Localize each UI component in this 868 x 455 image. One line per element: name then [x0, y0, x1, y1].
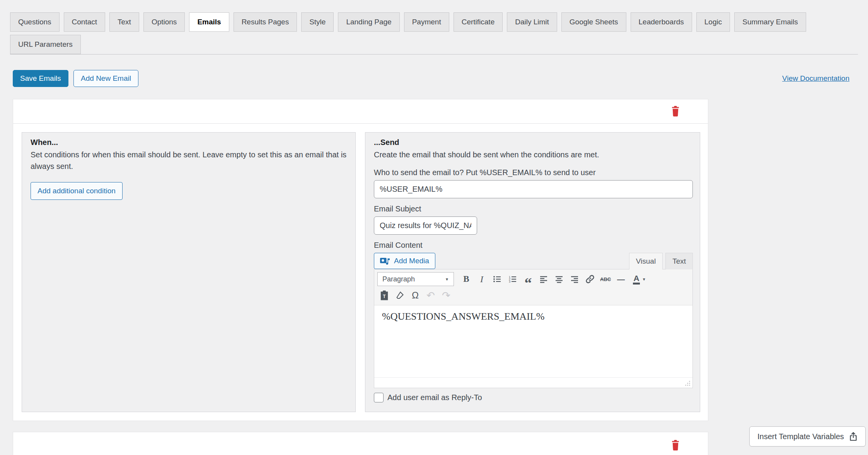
settings-tab-bar: Questions Contact Text Options Emails Re…	[10, 12, 858, 55]
add-media-icon	[380, 257, 391, 265]
reply-to-row: Add user email as Reply-To	[374, 393, 693, 402]
add-media-button[interactable]: Add Media	[374, 253, 435, 269]
paragraph-style-select[interactable]: Paragraph ▼	[377, 272, 454, 286]
tab-leaderboards[interactable]: Leaderboards	[631, 12, 692, 32]
tab-contact[interactable]: Contact	[64, 12, 105, 32]
strikethrough-icon: ABC	[600, 276, 611, 282]
send-email-box: ...Send Create the email that should be …	[365, 132, 700, 412]
tab-google-sheets[interactable]: Google Sheets	[561, 12, 626, 32]
email-content-label: Email Content	[374, 241, 693, 250]
add-media-label: Add Media	[394, 257, 429, 265]
tab-questions[interactable]: Questions	[10, 12, 60, 32]
paste-as-text-icon: T	[380, 290, 389, 300]
tab-logic[interactable]: Logic	[696, 12, 730, 32]
italic-button[interactable]: I	[475, 273, 489, 286]
bullet-list-icon	[493, 274, 502, 284]
reply-to-label: Add user email as Reply-To	[387, 393, 482, 402]
editor-toolbar-row-2: T Ω	[377, 288, 689, 302]
align-right-button[interactable]	[568, 273, 582, 286]
align-left-icon	[539, 274, 548, 284]
align-center-icon	[554, 274, 564, 284]
omega-icon: Ω	[412, 290, 419, 301]
view-documentation-link[interactable]: View Documentation	[782, 74, 849, 83]
email-to-label: Who to send the email to? Put %USER_EMAI…	[374, 168, 693, 177]
action-buttons: Save Emails Add New Email	[13, 70, 138, 87]
email-block-1-header	[13, 99, 708, 124]
numbered-list-button[interactable]: 1 2 3	[506, 273, 520, 286]
email-content-textarea[interactable]: %QUESTIONS_ANSWERS_EMAIL%	[374, 305, 692, 377]
undo-button[interactable]: ↶	[424, 289, 438, 302]
email-block-1: When... Set conditions for when this ema…	[13, 99, 708, 421]
tab-landing-page[interactable]: Landing Page	[338, 12, 399, 32]
when-description: Set conditions for when this email shoul…	[31, 149, 347, 172]
text-color-icon: A ▼	[633, 274, 646, 285]
delete-email-button[interactable]	[669, 105, 682, 118]
editor-status-bar	[374, 377, 692, 388]
editor-visual-tab[interactable]: Visual	[629, 253, 663, 269]
emails-settings-page: Questions Contact Text Options Emails Re…	[0, 0, 868, 455]
editor-mode-tabs: Visual Text	[626, 253, 693, 269]
svg-text:3: 3	[509, 280, 510, 283]
tab-options[interactable]: Options	[143, 12, 185, 32]
editor-text-tab[interactable]: Text	[665, 253, 693, 269]
bullet-list-button[interactable]	[490, 273, 504, 286]
editor-toolbar-row-1: Paragraph ▼ B I	[377, 272, 689, 286]
chain-link-icon	[585, 274, 595, 284]
editor-resize-handle[interactable]	[685, 380, 691, 386]
chevron-down-icon: ▼	[642, 277, 646, 281]
tab-text[interactable]: Text	[109, 12, 139, 32]
upload-icon	[849, 432, 858, 441]
align-right-icon	[570, 274, 579, 284]
redo-button[interactable]: ↷	[439, 289, 453, 302]
chevron-down-icon: ▼	[445, 277, 449, 281]
email-block-1-body: When... Set conditions for when this ema…	[13, 124, 708, 421]
paragraph-style-value: Paragraph	[382, 275, 415, 283]
tab-payment[interactable]: Payment	[404, 12, 449, 32]
horizontal-rule-button[interactable]: —	[614, 273, 628, 286]
actions-row: Save Emails Add New Email View Documenta…	[13, 70, 855, 87]
tab-emails[interactable]: Emails	[189, 12, 229, 32]
add-new-email-button[interactable]: Add New Email	[73, 70, 138, 87]
bold-button[interactable]: B	[459, 273, 473, 286]
clear-formatting-button[interactable]	[393, 289, 407, 302]
special-character-button[interactable]: Ω	[408, 289, 422, 302]
add-additional-condition-button[interactable]: Add additional condition	[31, 182, 123, 200]
svg-text:T: T	[383, 294, 386, 299]
text-color-button[interactable]: A ▼	[629, 273, 650, 286]
tab-certificate[interactable]: Certificate	[454, 12, 503, 32]
when-conditions-box: When... Set conditions for when this ema…	[22, 132, 356, 412]
save-emails-button[interactable]: Save Emails	[13, 70, 68, 87]
italic-icon: I	[480, 274, 483, 285]
redo-icon: ↷	[442, 290, 450, 300]
editor-toolbar: Paragraph ▼ B I	[374, 269, 692, 305]
send-title: ...Send	[374, 138, 693, 147]
tab-url-parameters[interactable]: URL Parameters	[10, 35, 81, 54]
delete-email-button-2[interactable]	[669, 439, 682, 452]
trash-icon	[670, 106, 680, 117]
horizontal-rule-icon: —	[617, 275, 625, 284]
insert-link-button[interactable]	[583, 273, 597, 286]
insert-template-variables-label: Insert Template Variables	[757, 432, 844, 441]
align-center-button[interactable]	[552, 273, 566, 286]
tab-style[interactable]: Style	[301, 12, 334, 32]
align-left-button[interactable]	[537, 273, 551, 286]
reply-to-checkbox[interactable]	[374, 393, 384, 402]
tab-daily-limit[interactable]: Daily Limit	[507, 12, 557, 32]
strikethrough-button[interactable]: ABC	[599, 273, 612, 286]
email-block-2-header	[13, 432, 708, 455]
blockquote-button[interactable]: “	[521, 273, 535, 286]
tab-summary-emails[interactable]: Summary Emails	[734, 12, 806, 32]
insert-template-variables-button[interactable]: Insert Template Variables	[749, 426, 866, 446]
paste-as-text-button[interactable]: T	[377, 289, 391, 302]
email-to-input[interactable]	[374, 180, 693, 198]
email-content-editor: Paragraph ▼ B I	[374, 269, 693, 388]
tab-results-pages[interactable]: Results Pages	[234, 12, 297, 32]
email-subject-input[interactable]	[374, 216, 477, 235]
numbered-list-icon: 1 2 3	[508, 274, 517, 284]
send-description: Create the email that should be sent whe…	[374, 149, 693, 160]
undo-icon: ↶	[426, 290, 435, 300]
when-title: When...	[31, 138, 347, 147]
email-subject-label: Email Subject	[374, 204, 693, 213]
trash-icon	[670, 440, 680, 451]
eraser-icon	[395, 291, 404, 300]
